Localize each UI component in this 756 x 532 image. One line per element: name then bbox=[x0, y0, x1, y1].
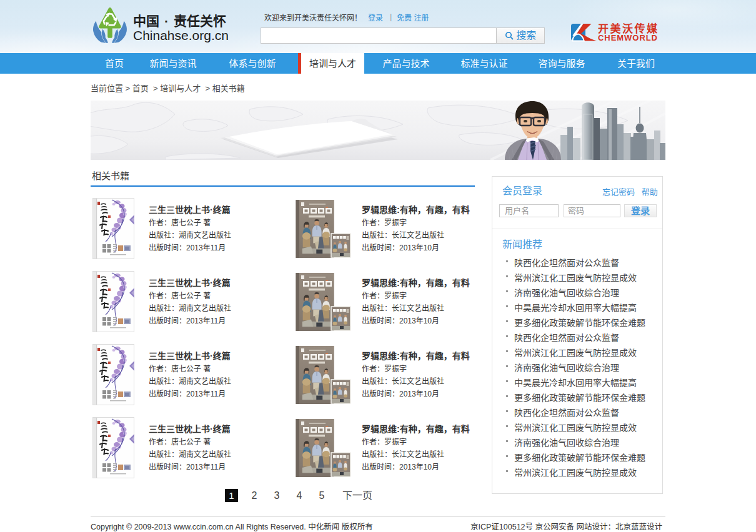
svg-text:CHEMWORLD: CHEMWORLD bbox=[598, 33, 657, 42]
